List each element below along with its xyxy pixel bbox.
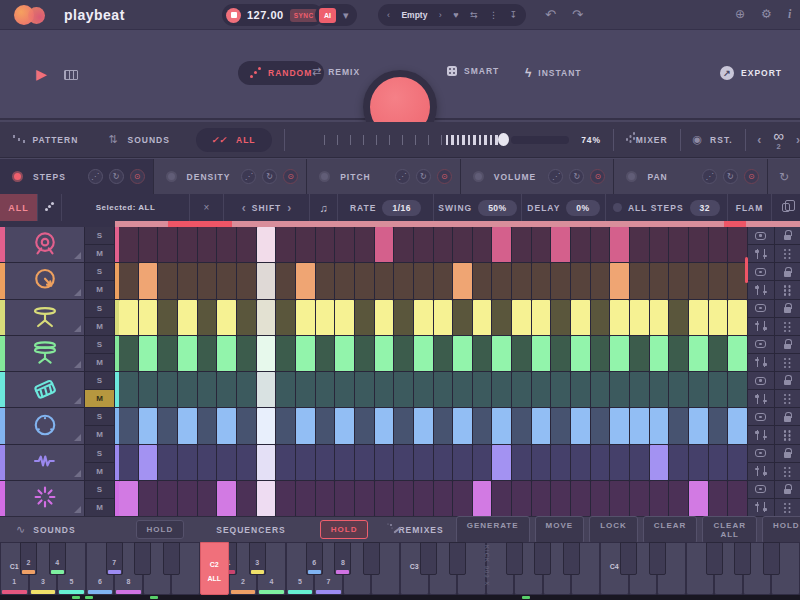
step-cell[interactable] (158, 300, 177, 335)
step-cell[interactable] (453, 263, 472, 298)
remix-clear-all-button[interactable]: CLEAR ALL (702, 516, 757, 544)
track-lock-button[interactable] (775, 372, 800, 389)
step-cell[interactable] (217, 336, 236, 371)
step-cell[interactable] (591, 263, 610, 298)
step-cell[interactable] (571, 481, 590, 516)
step-cell[interactable] (355, 481, 374, 516)
step-cell[interactable] (492, 336, 511, 371)
step-cell[interactable] (158, 227, 177, 262)
tab-power-icon[interactable]: ⊙ (744, 169, 759, 184)
step-cell[interactable] (335, 372, 354, 407)
step-cell[interactable] (139, 300, 158, 335)
step-cell[interactable] (316, 300, 335, 335)
step-cell[interactable] (630, 336, 649, 371)
step-cell[interactable] (434, 445, 453, 480)
swap-icon[interactable]: × (190, 194, 224, 221)
tabs-sync-icon[interactable]: ↻ (768, 159, 800, 194)
step-cell[interactable] (689, 408, 708, 443)
track-lock-button[interactable] (775, 445, 800, 462)
tab-dice-icon[interactable]: ⋰ (241, 169, 256, 184)
step-cell[interactable] (139, 481, 158, 516)
step-cell[interactable] (532, 263, 551, 298)
step-cell[interactable] (434, 481, 453, 516)
step-cell[interactable] (316, 408, 335, 443)
step-cell[interactable] (669, 408, 688, 443)
step-cell[interactable] (414, 481, 433, 516)
step-cell[interactable] (217, 445, 236, 480)
globe-icon[interactable]: ⊕ (735, 8, 745, 20)
step-cell[interactable] (532, 372, 551, 407)
step-cell[interactable] (276, 263, 295, 298)
step-cell[interactable] (453, 300, 472, 335)
step-cell[interactable] (198, 263, 217, 298)
step-cell[interactable] (119, 227, 138, 262)
step-cell[interactable] (473, 372, 492, 407)
instant-mode-button[interactable]: ϟ INSTANT (525, 66, 582, 80)
step-cell[interactable] (414, 445, 433, 480)
step-cell[interactable] (158, 372, 177, 407)
note-value-icon[interactable]: ♫ (310, 194, 338, 221)
step-cell[interactable] (335, 300, 354, 335)
step-cell[interactable] (394, 263, 413, 298)
step-cell[interactable] (158, 445, 177, 480)
gear-icon[interactable]: ⚙ (761, 8, 772, 20)
piano-mode-icon[interactable] (64, 70, 78, 80)
step-cell[interactable] (551, 227, 570, 262)
solo-button[interactable]: S (85, 372, 114, 389)
step-cell[interactable] (689, 445, 708, 480)
step-cell[interactable] (316, 372, 335, 407)
step-cell[interactable] (709, 408, 728, 443)
step-cell[interactable] (139, 227, 158, 262)
delay-value[interactable]: 0% (566, 200, 599, 216)
step-cell[interactable] (237, 372, 256, 407)
step-cell[interactable] (237, 445, 256, 480)
track-drag-handle[interactable] (775, 245, 800, 262)
remix-move-button[interactable]: MOVE (535, 516, 585, 544)
track-icon-cell[interactable] (5, 263, 85, 298)
track-drag-handle[interactable] (775, 390, 800, 407)
step-cell[interactable] (473, 336, 492, 371)
track-preview-button[interactable] (748, 263, 774, 280)
track-icon-cell[interactable] (5, 372, 85, 407)
step-cell[interactable] (355, 227, 374, 262)
track-drag-handle[interactable] (775, 281, 800, 298)
rst-button[interactable]: RST. (710, 135, 732, 145)
step-cell[interactable] (434, 300, 453, 335)
mute-button[interactable]: M (85, 318, 114, 335)
step-cell[interactable] (414, 336, 433, 371)
solo-button[interactable]: S (85, 227, 114, 244)
step-cell[interactable] (316, 336, 335, 371)
step-cell[interactable] (335, 336, 354, 371)
step-cell[interactable] (591, 408, 610, 443)
export-button[interactable]: ↗ EXPORT (720, 66, 782, 80)
step-cell[interactable] (276, 481, 295, 516)
step-cell[interactable] (355, 336, 374, 371)
step-cell[interactable] (591, 481, 610, 516)
step-cell[interactable] (453, 481, 472, 516)
step-cell[interactable] (709, 300, 728, 335)
density-slider-ticks[interactable] (324, 135, 446, 145)
step-cell[interactable] (375, 263, 394, 298)
randomize-selection-button[interactable] (38, 194, 62, 221)
step-cell[interactable] (689, 300, 708, 335)
step-cell[interactable] (316, 263, 335, 298)
step-cell[interactable] (394, 336, 413, 371)
step-cell[interactable] (591, 445, 610, 480)
track-lock-button[interactable] (775, 481, 800, 498)
step-cell[interactable] (689, 227, 708, 262)
step-cell[interactable] (257, 481, 276, 516)
track-filter-button[interactable] (748, 245, 774, 262)
step-cell[interactable] (237, 336, 256, 371)
step-cell[interactable] (276, 408, 295, 443)
black-key[interactable]: 8 (334, 542, 351, 575)
tab-refresh-icon[interactable]: ↻ (109, 169, 124, 184)
track-drag-handle[interactable] (775, 426, 800, 443)
step-cell[interactable] (551, 336, 570, 371)
tab-dice-icon[interactable]: ⋰ (548, 169, 563, 184)
step-cell[interactable] (276, 227, 295, 262)
tab-refresh-icon[interactable]: ↻ (262, 169, 277, 184)
step-cell[interactable] (375, 227, 394, 262)
step-cell[interactable] (689, 336, 708, 371)
step-cell[interactable] (551, 445, 570, 480)
step-cell[interactable] (473, 481, 492, 516)
